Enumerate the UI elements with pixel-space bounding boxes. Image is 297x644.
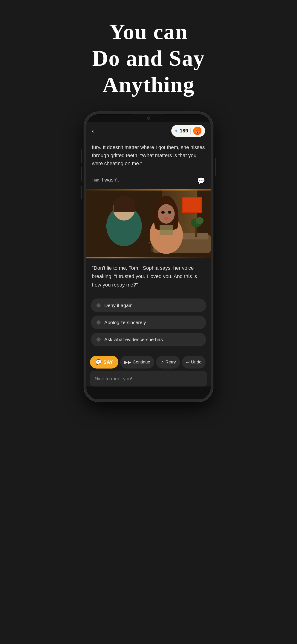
svg-rect-5	[183, 198, 200, 212]
volume-down-button	[81, 186, 82, 200]
choices-section: Deny it again Apologize sincerely Ask wh…	[86, 295, 211, 353]
hero-title: You can Do and Say Anything	[92, 18, 205, 98]
choice-dot-3	[96, 338, 100, 342]
back-button[interactable]: ‹	[92, 127, 94, 134]
choice-evidence[interactable]: Ask what evidence she has	[91, 332, 206, 346]
continue-label: Continue	[132, 360, 150, 364]
chat-body: fury. It doesn't matter where I got them…	[86, 139, 211, 386]
undo-label: Undo	[191, 360, 202, 364]
volume-up-button	[81, 167, 82, 181]
gem-count: 189	[180, 128, 188, 134]
svg-point-24	[168, 211, 171, 214]
continue-button[interactable]: ▶▶ Continue	[120, 356, 154, 368]
camera-dot	[147, 116, 150, 120]
narrative-content: "Don't lie to me, Tom," Sophia says, her…	[92, 265, 197, 288]
power-button	[215, 158, 216, 176]
say-label: SAY	[103, 359, 113, 365]
say-icon: 💬	[96, 359, 102, 365]
avatar[interactable]: 🦊	[193, 127, 202, 135]
hero-line1: You can	[109, 19, 188, 44]
phone-notch	[132, 114, 164, 122]
continue-icon: ▶▶	[124, 360, 131, 365]
action-bar: 💬 SAY ▶▶ Continue ↺ Retry ↩ Undo	[86, 353, 211, 371]
tom-line: Tom: I wasn't 💬	[86, 172, 211, 189]
choice-apologize-label: Apologize sincerely	[104, 320, 146, 325]
choice-deny[interactable]: Deny it again	[91, 298, 206, 312]
tom-name: Tom:	[92, 178, 100, 182]
volume-silent-button	[81, 149, 82, 162]
retry-icon: ↺	[160, 360, 164, 365]
fury-text-block: fury. It doesn't matter where I got them…	[86, 139, 211, 172]
svg-rect-18	[114, 203, 135, 212]
choice-evidence-label: Ask what evidence she has	[104, 337, 163, 342]
chat-bubble-icon[interactable]: 💬	[197, 177, 205, 184]
divider	[190, 128, 191, 134]
diamond-icon: ♦	[175, 128, 177, 133]
retry-label: Retry	[165, 360, 176, 364]
phone-mockup: ‹ ♦ 189 🦊 fury. It doesn't matter where …	[84, 112, 213, 550]
say-button[interactable]: 💬 SAY	[90, 356, 118, 368]
hero-line3: Anything	[102, 72, 194, 97]
scene-image	[86, 189, 211, 258]
gem-badge: ♦ 189 🦊	[171, 125, 205, 137]
phone-frame: ‹ ♦ 189 🦊 fury. It doesn't matter where …	[84, 112, 213, 402]
undo-icon: ↩	[186, 360, 190, 365]
narrative-text: "Don't lie to me, Tom," Sophia says, her…	[86, 258, 211, 295]
topbar: ‹ ♦ 189 🦊	[86, 122, 211, 139]
input-placeholder: Nice to meet you!	[95, 376, 132, 381]
choice-dot-1	[96, 303, 100, 308]
svg-rect-25	[160, 225, 173, 235]
choice-deny-label: Deny it again	[104, 303, 132, 308]
tom-message: Tom: I wasn't	[92, 177, 118, 183]
svg-point-22	[164, 217, 168, 220]
retry-button[interactable]: ↺ Retry	[156, 356, 180, 368]
fury-text: fury. It doesn't matter where I got them…	[92, 144, 205, 166]
hero-line2: Do and Say	[92, 46, 205, 70]
undo-button[interactable]: ↩ Undo	[182, 356, 206, 368]
svg-point-21	[158, 204, 175, 224]
tom-text: I wasn't	[102, 177, 118, 183]
svg-point-10	[196, 217, 204, 224]
choice-apologize[interactable]: Apologize sincerely	[91, 316, 206, 329]
input-area[interactable]: Nice to meet you!	[90, 371, 207, 386]
svg-point-23	[161, 211, 164, 214]
choice-dot-2	[96, 320, 100, 324]
